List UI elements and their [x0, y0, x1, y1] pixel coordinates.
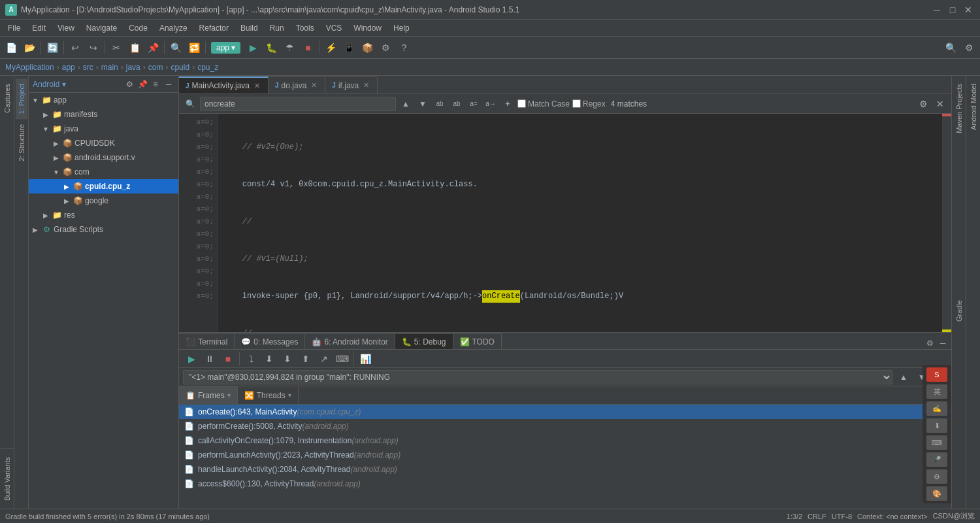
find-word-btn[interactable]: ab	[433, 97, 447, 111]
tree-item-res[interactable]: ▶ 📁 res	[29, 208, 178, 222]
stack-frame-4[interactable]: 📄 handleLaunchActivity():2084, ActivityT…	[179, 462, 951, 477]
frames-tab[interactable]: 📋 Frames ▾	[179, 386, 238, 405]
force-step-btn[interactable]: ⬇	[279, 350, 296, 367]
menu-navigate[interactable]: Navigate	[81, 22, 122, 34]
find-add-btn[interactable]: +	[500, 97, 515, 111]
breadcrumb-app[interactable]: app	[62, 63, 75, 72]
tree-item-cpuidsdk[interactable]: ▶ 📦 CPUIDSDK	[29, 136, 178, 150]
find-next-btn[interactable]: ▼	[416, 97, 430, 111]
project-tab[interactable]: 1: Project	[16, 78, 27, 119]
tree-item-google[interactable]: ▶ 📦 google	[29, 194, 178, 208]
menu-edit[interactable]: Edit	[27, 22, 51, 34]
ime-pen-btn[interactable]: ✍	[926, 401, 947, 416]
debug-btn[interactable]: 🐛	[263, 39, 280, 56]
undo-btn[interactable]: ↩	[67, 39, 84, 56]
stack-frame-5[interactable]: 📄 access$600():130, ActivityThread (andr…	[179, 477, 951, 491]
ime-paint-btn[interactable]: 🎨	[926, 486, 947, 501]
redo-btn[interactable]: ↪	[85, 39, 102, 56]
menu-file[interactable]: File	[3, 22, 25, 34]
stack-frame-3[interactable]: 📄 performLaunchActivity():2023, Activity…	[179, 448, 951, 462]
breadcrumb-java[interactable]: java	[126, 63, 140, 72]
tab-close-do[interactable]: ✕	[309, 81, 318, 90]
bottom-pin-btn[interactable]: ─	[937, 337, 949, 349]
tab-debug[interactable]: 🐛 5: Debug	[395, 333, 453, 349]
close-button[interactable]: ✕	[962, 3, 975, 16]
evaluate-btn[interactable]: ⌨	[334, 350, 351, 367]
sdk-btn[interactable]: 📦	[359, 39, 376, 56]
find-word4-btn[interactable]: a→	[483, 97, 498, 111]
tab-mainactivity[interactable]: J MainActivity.java ✕	[179, 76, 269, 93]
minimize-button[interactable]: ─	[930, 3, 943, 16]
find-prev-btn[interactable]: ▲	[399, 97, 413, 111]
run-cursor-btn[interactable]: ↗	[316, 350, 333, 367]
thread-up-btn[interactable]: ▲	[896, 370, 911, 384]
menu-refactor[interactable]: Refactor	[194, 22, 234, 34]
replace-btn[interactable]: 🔁	[186, 39, 203, 56]
open-btn[interactable]: 📂	[21, 39, 38, 56]
cut-btn[interactable]: ✂	[108, 39, 125, 56]
breadcrumb-myapplication[interactable]: MyApplication	[5, 63, 54, 72]
find-word3-btn[interactable]: a=	[466, 97, 481, 111]
tree-item-manifests[interactable]: ▶ 📁 manifests	[29, 107, 178, 122]
build-variants-tab[interactable]: Build Variants	[1, 452, 13, 506]
panel-gear-btn[interactable]: ≡	[150, 78, 161, 90]
stop-debug-btn[interactable]: ■	[220, 350, 237, 367]
menu-view[interactable]: View	[52, 22, 80, 34]
android-view-dropdown[interactable]: Android ▾	[33, 80, 66, 89]
android-model-tab[interactable]: Android Model	[968, 78, 979, 135]
structure-tab[interactable]: 2: Structure	[16, 119, 27, 167]
tab-android-monitor[interactable]: 🤖 6: Android Monitor	[305, 333, 395, 349]
ime-s-btn[interactable]: S	[926, 367, 947, 382]
resume-btn[interactable]: ▶	[183, 350, 200, 367]
menu-code[interactable]: Code	[123, 22, 153, 34]
paste-btn[interactable]: 📌	[144, 39, 161, 56]
breadcrumb-main[interactable]: main	[101, 63, 118, 72]
tree-item-app[interactable]: ▼ 📁 app	[29, 93, 178, 107]
tree-item-cpuid-cpu-z[interactable]: ▶ 📦 cpuid.cpu_z	[29, 179, 178, 194]
match-case-label[interactable]: Match Case	[517, 99, 570, 109]
breadcrumb-com[interactable]: com	[148, 63, 163, 72]
search-everywhere-btn[interactable]: 🔍	[942, 39, 959, 56]
find-input[interactable]	[200, 97, 396, 111]
run-btn[interactable]: ▶	[244, 39, 261, 56]
match-case-checkbox[interactable]	[517, 99, 526, 108]
stack-frame-2[interactable]: 📄 callActivityOnCreate():1079, Instrumen…	[179, 433, 951, 448]
tab-if[interactable]: J if.java ✕	[325, 76, 378, 93]
tab-close-mainactivity[interactable]: ✕	[252, 81, 261, 90]
stack-frame-0[interactable]: 📄 onCreate():643, MainActivity (com.cpui…	[179, 405, 951, 419]
tree-item-android-support[interactable]: ▶ 📦 android.support.v	[29, 150, 178, 165]
regex-checkbox[interactable]	[572, 99, 581, 108]
captures-tab[interactable]: Captures	[1, 78, 13, 118]
menu-vcs[interactable]: VCS	[321, 22, 348, 34]
tree-item-gradle-scripts[interactable]: ▶ ⚙ Gradle Scripts	[29, 222, 178, 237]
maven-tab[interactable]: Maven Projects	[953, 78, 965, 139]
step-out-btn[interactable]: ⬆	[297, 350, 314, 367]
step-into-btn[interactable]: ⬇	[261, 350, 278, 367]
tree-item-com[interactable]: ▼ 📦 com	[29, 165, 178, 179]
frames-btn[interactable]: 📊	[357, 350, 374, 367]
find-word2-btn[interactable]: ab	[449, 97, 464, 111]
new-file-btn[interactable]: 📄	[3, 39, 20, 56]
help-toolbar-btn[interactable]: ?	[395, 39, 412, 56]
threads-tab[interactable]: 🔀 Threads ▾	[238, 386, 299, 405]
tab-messages[interactable]: 💬 0: Messages	[235, 333, 305, 349]
find-btn[interactable]: 🔍	[167, 39, 184, 56]
menu-help[interactable]: Help	[388, 22, 415, 34]
tree-item-java[interactable]: ▼ 📁 java	[29, 122, 178, 136]
run-config-dropdown[interactable]: app ▾	[211, 42, 240, 54]
find-settings-btn[interactable]: ⚙	[916, 97, 930, 111]
avd-btn[interactable]: 📱	[340, 39, 357, 56]
tab-close-if[interactable]: ✕	[361, 81, 370, 90]
maximize-button[interactable]: □	[946, 3, 959, 16]
panel-minimize-btn[interactable]: ─	[163, 78, 174, 90]
bottom-settings-btn[interactable]: ⚙	[924, 337, 936, 349]
step-over-btn[interactable]: ⤵	[242, 350, 259, 367]
gradle-sync-btn[interactable]: ⚡	[322, 39, 339, 56]
settings-btn[interactable]: ⚙	[377, 39, 394, 56]
ime-mic-btn[interactable]: 🎤	[926, 452, 947, 467]
ime-settings-btn[interactable]: ⚙	[926, 469, 947, 484]
tab-terminal[interactable]: ⬛ Terminal	[179, 333, 235, 349]
panel-settings-btn[interactable]: ⚙	[123, 78, 135, 90]
coverage-btn[interactable]: ☂	[281, 39, 298, 56]
copy-btn[interactable]: 📋	[126, 39, 143, 56]
